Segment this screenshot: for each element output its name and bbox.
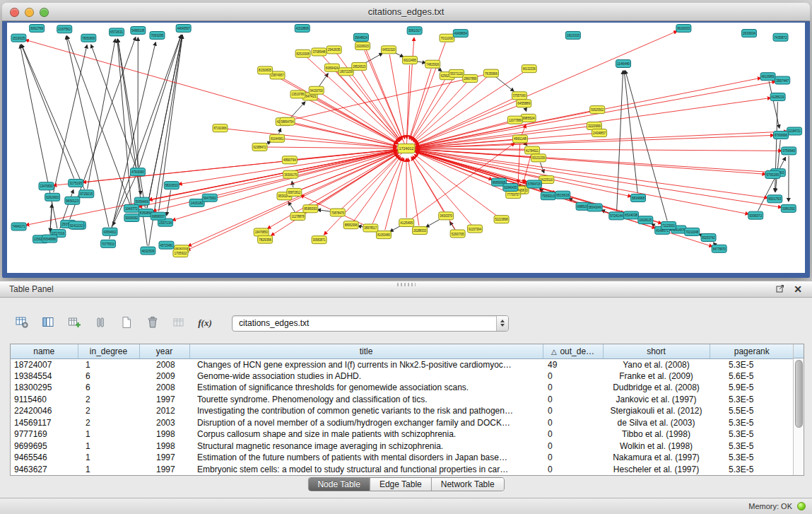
- table-row[interactable]: 1456911722003Disruption of a novel membe…: [11, 417, 793, 429]
- graph-node[interactable]: 9399372: [748, 211, 763, 219]
- graph-node[interactable]: 20206915: [355, 42, 370, 49]
- column-header-out_de[interactable]: △ out_de…: [543, 344, 603, 358]
- graph-node[interactable]: 39648624: [353, 33, 368, 41]
- table-row[interactable]: 2242004622012Investigating the contribut…: [11, 405, 793, 417]
- table-cell[interactable]: Stergiakouli et al. (2012): [603, 405, 710, 417]
- table-cell[interactable]: 1997: [139, 394, 189, 406]
- graph-node[interactable]: 74815926: [425, 60, 440, 68]
- table-cell[interactable]: 2009: [139, 370, 189, 382]
- table-cell[interactable]: 9699695: [11, 440, 78, 452]
- graph-node[interactable]: 1724012: [398, 144, 415, 153]
- table-cell[interactable]: 1997: [139, 464, 189, 476]
- table-cell[interactable]: 14569117: [11, 417, 78, 429]
- graph-node[interactable]: 38978517: [363, 224, 378, 232]
- table-cell[interactable]: Hescheler et al. (1997): [603, 464, 710, 476]
- table-cell[interactable]: 22420046: [11, 405, 78, 417]
- table-cell[interactable]: 5.3E-5: [710, 428, 793, 440]
- graph-node[interactable]: 58203533: [164, 182, 179, 189]
- graph-node[interactable]: 1705922: [173, 250, 188, 257]
- table-cell[interactable]: 18724007: [11, 358, 78, 370]
- graph-node[interactable]: 87909996: [773, 132, 788, 139]
- graph-node[interactable]: 7435872: [773, 33, 788, 41]
- graph-node[interactable]: 70775510: [101, 240, 116, 247]
- table-row[interactable]: 1872400712008Changes of HCN gene express…: [11, 358, 793, 370]
- graph-node[interactable]: 5293705: [450, 230, 465, 238]
- table-cell[interactable]: 0: [543, 428, 603, 440]
- table-cell[interactable]: 9115460: [11, 394, 78, 406]
- table-cell[interactable]: 9463627: [11, 464, 78, 476]
- close-window-button[interactable]: [10, 8, 19, 17]
- graph-node[interactable]: 87191966: [213, 124, 228, 132]
- table-cell[interactable]: 0: [543, 440, 603, 452]
- graph-node[interactable]: 2942635: [326, 46, 341, 54]
- new-file-button[interactable]: [116, 313, 137, 333]
- graph-node[interactable]: 45715481: [159, 241, 174, 249]
- table-cell[interactable]: 49: [543, 358, 603, 370]
- table-cell[interactable]: 6: [78, 370, 139, 382]
- graph-node[interactable]: 41784921: [525, 146, 540, 154]
- graph-node[interactable]: 91940435: [503, 184, 518, 192]
- graph-node[interactable]: 6455889: [517, 100, 531, 107]
- graph-node[interactable]: 1519025: [11, 34, 26, 42]
- graph-node[interactable]: 6062769: [30, 25, 45, 33]
- graph-node[interactable]: 64532320: [381, 46, 396, 54]
- graph-node[interactable]: 5793265: [765, 171, 780, 179]
- table-cell[interactable]: 0: [543, 405, 603, 417]
- column-header-name[interactable]: name: [11, 344, 78, 358]
- table-cell[interactable]: 2008: [139, 358, 189, 370]
- graph-node[interactable]: 52223898: [494, 216, 509, 223]
- table-cell[interactable]: Estimation of the future numbers of pati…: [189, 452, 543, 464]
- table-selector-dropdown[interactable]: citations_edges.txt: [232, 315, 509, 332]
- graph-node[interactable]: 62388472: [252, 143, 267, 151]
- table-cell[interactable]: 5.3E-5: [710, 452, 793, 464]
- scrollbar-track[interactable]: [794, 358, 804, 475]
- graph-node[interactable]: 26288333: [412, 227, 427, 235]
- function-builder-button[interactable]: f(x): [194, 313, 216, 333]
- table-cell[interactable]: 5.5E-5: [710, 405, 793, 417]
- column-header-in_degree[interactable]: in_degree: [78, 344, 139, 358]
- graph-node[interactable]: 44645597: [176, 25, 191, 33]
- graph-node[interactable]: 41286219: [770, 93, 785, 101]
- table-rows-button[interactable]: [90, 313, 111, 333]
- delete-table-button[interactable]: [142, 313, 163, 333]
- graph-node[interactable]: 74940171: [11, 223, 26, 230]
- table-cell[interactable]: 0: [543, 394, 603, 406]
- graph-node[interactable]: 6515618: [555, 191, 570, 199]
- table-cell[interactable]: 18300295: [11, 382, 78, 394]
- graph-node[interactable]: 6022495: [402, 57, 417, 64]
- graph-node[interactable]: 78050809: [81, 34, 96, 42]
- graph-node[interactable]: 4125495: [399, 218, 414, 226]
- table-cell[interactable]: 0: [543, 452, 603, 464]
- table-cell[interactable]: 5.9E-5: [710, 382, 793, 394]
- graph-node[interactable]: 7093295: [150, 32, 165, 40]
- table-cell[interactable]: 5.6E-5: [710, 370, 793, 382]
- table-cell[interactable]: 2003: [139, 417, 189, 429]
- vertical-scrollbar[interactable]: [793, 344, 804, 475]
- graph-node[interactable]: 12077889: [507, 116, 522, 124]
- tab-edge-table[interactable]: Edge Table: [370, 478, 431, 491]
- table-cell[interactable]: Genome-wide association studies in ADHD.: [189, 370, 543, 382]
- column-header-title[interactable]: title: [189, 344, 543, 358]
- table-cell[interactable]: 9465546: [11, 452, 78, 464]
- graph-node[interactable]: 13519786: [290, 90, 305, 98]
- graph-node[interactable]: 56475992: [202, 194, 217, 201]
- table-cell[interactable]: Nakamura et al. (1997): [603, 452, 710, 464]
- table-cell[interactable]: 1997: [139, 452, 189, 464]
- graph-node[interactable]: 4991148: [513, 135, 528, 143]
- close-panel-icon[interactable]: ✕: [794, 285, 802, 293]
- graph-node[interactable]: 69898337: [151, 212, 165, 220]
- scrollbar-thumb[interactable]: [795, 360, 803, 428]
- graph-node[interactable]: 9729215: [79, 190, 94, 198]
- graph-node[interactable]: 18072259: [339, 68, 353, 76]
- graph-node[interactable]: 19476850: [254, 228, 269, 236]
- graph-node[interactable]: 3997447: [775, 76, 790, 84]
- graph-node[interactable]: 62919903: [45, 193, 60, 201]
- graph-node[interactable]: 4890794: [282, 156, 297, 164]
- table-cell[interactable]: Jankovic et al. (1997): [603, 394, 710, 406]
- graph-node[interactable]: 91157394: [467, 225, 482, 233]
- window-titlebar[interactable]: citations_edges.txt: [2, 3, 810, 21]
- table-cell[interactable]: Structural magnetic resonance image aver…: [189, 440, 543, 452]
- table-cell[interactable]: Embryonic stem cells: a model to study s…: [189, 464, 543, 476]
- table-cell[interactable]: 6: [78, 382, 139, 394]
- graph-node[interactable]: 6572631: [110, 28, 124, 36]
